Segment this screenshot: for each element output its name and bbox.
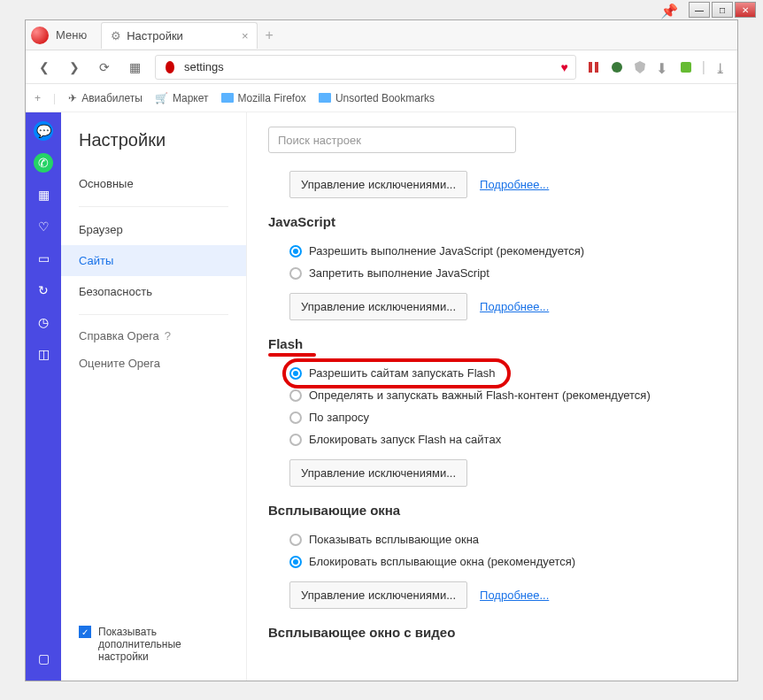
separator: | bbox=[53, 92, 56, 104]
help-icon: ? bbox=[165, 329, 171, 342]
separator: | bbox=[702, 59, 705, 75]
plane-icon: ✈ bbox=[68, 92, 77, 104]
panel-toggle-icon[interactable]: ▢ bbox=[34, 649, 53, 668]
sidebar-help[interactable]: Справка Opera ? bbox=[61, 322, 246, 350]
folder-icon bbox=[319, 93, 331, 103]
shield-icon[interactable] bbox=[633, 60, 647, 74]
messenger-icon[interactable]: 💬 bbox=[34, 121, 53, 141]
page-title: Настройки bbox=[61, 130, 246, 168]
history-icon[interactable]: ↻ bbox=[34, 281, 53, 300]
blocker-icon[interactable] bbox=[587, 60, 601, 74]
sidebar-item-security[interactable]: Безопасность bbox=[61, 276, 246, 307]
forward-button[interactable]: ❯ bbox=[65, 58, 84, 77]
radio-icon bbox=[289, 267, 302, 280]
opera-logo[interactable] bbox=[31, 27, 49, 44]
clock-icon[interactable]: ◷ bbox=[34, 312, 53, 332]
bookmark-mozilla[interactable]: Mozilla Firefox bbox=[221, 92, 306, 104]
gear-icon: ⚙ bbox=[111, 29, 121, 42]
annotation-underline bbox=[268, 353, 316, 357]
new-tab-button[interactable]: + bbox=[265, 27, 273, 43]
speed-dial-button[interactable]: ▦ bbox=[125, 58, 144, 77]
radio-flash-allow[interactable]: Разрешить сайтам запускать Flash bbox=[289, 362, 716, 384]
sidebar-item-sites[interactable]: Сайты bbox=[61, 245, 246, 276]
radio-popup-show[interactable]: Показывать всплывающие окна bbox=[289, 528, 716, 550]
manage-exceptions-button[interactable]: Управление исключениями... bbox=[289, 581, 467, 609]
extension-icon[interactable] bbox=[679, 60, 693, 74]
search-input[interactable]: Поиск настроек bbox=[268, 127, 516, 153]
more-link[interactable]: Подробнее... bbox=[480, 300, 549, 313]
radio-js-block[interactable]: Запретить выполнение JavaScript bbox=[289, 262, 716, 284]
bookmark-market[interactable]: 🛒 Маркет bbox=[155, 92, 209, 104]
radio-icon bbox=[289, 412, 302, 424]
address-bar[interactable]: settings ♥ bbox=[155, 55, 576, 80]
svg-point-0 bbox=[166, 61, 174, 73]
browser-window: Меню ⚙ Настройки × + ❮ ❯ ⟳ ▦ settings ♥ … bbox=[25, 19, 738, 681]
box-icon[interactable]: ◫ bbox=[34, 344, 53, 364]
heart-outline-icon[interactable]: ♡ bbox=[34, 217, 53, 236]
sidebar-item-basic[interactable]: Основные bbox=[61, 168, 246, 199]
settings-sidebar: Настройки Основные Браузер Сайты Безопас… bbox=[61, 112, 247, 681]
section-video-popup: Всплывающее окно с видео bbox=[268, 625, 716, 640]
maximize-button[interactable]: □ bbox=[712, 2, 733, 18]
nav-bar: ❮ ❯ ⟳ ▦ settings ♥ ⬇ | ⤓ bbox=[26, 50, 737, 84]
menu-button[interactable]: Меню bbox=[56, 28, 87, 42]
more-link[interactable]: Подробнее... bbox=[480, 588, 549, 602]
radio-icon bbox=[289, 389, 302, 402]
svg-rect-2 bbox=[595, 62, 598, 73]
radio-js-allow[interactable]: Разрешить выполнение JavaScript (рекомен… bbox=[289, 240, 716, 262]
svg-rect-1 bbox=[589, 62, 592, 73]
tab-title: Настройки bbox=[127, 29, 183, 42]
manage-exceptions-button[interactable]: Управление исключениями... bbox=[289, 171, 467, 198]
close-button[interactable]: ✕ bbox=[735, 2, 756, 18]
save-icon[interactable]: ⤓ bbox=[714, 60, 728, 74]
bookmark-unsorted[interactable]: Unsorted Bookmarks bbox=[319, 92, 435, 104]
add-bookmark-button[interactable]: + bbox=[35, 92, 41, 104]
manage-exceptions-button[interactable]: Управление исключениями... bbox=[289, 293, 467, 320]
section-flash: Flash bbox=[268, 336, 716, 351]
grid-icon[interactable]: ▦ bbox=[34, 185, 53, 204]
main-content: Поиск настроек Управление исключениями..… bbox=[247, 112, 737, 681]
manage-exceptions-button[interactable]: Управление исключениями... bbox=[289, 459, 467, 487]
bookmarks-bar: + | ✈ Авиабилеты 🛒 Маркет Mozilla Firefo… bbox=[26, 84, 737, 112]
more-link[interactable]: Подробнее... bbox=[480, 178, 549, 191]
radio-flash-detect[interactable]: Определять и запускать важный Flash-конт… bbox=[289, 384, 716, 406]
checkbox-icon: ✓ bbox=[79, 626, 91, 638]
radio-icon bbox=[289, 245, 302, 258]
left-panel: 💬 ✆ ▦ ♡ ▭ ↻ ◷ ◫ ▢ bbox=[26, 112, 61, 681]
pin-icon: 📌 bbox=[660, 3, 674, 17]
radio-flash-ask[interactable]: По запросу bbox=[289, 406, 716, 428]
radio-flash-block[interactable]: Блокировать запуск Flash на сайтах bbox=[289, 428, 716, 450]
radio-icon bbox=[289, 556, 302, 568]
sidebar-item-browser[interactable]: Браузер bbox=[61, 214, 246, 245]
bookmark-aviabilety[interactable]: ✈ Авиабилеты bbox=[68, 92, 143, 104]
opera-icon bbox=[163, 60, 177, 74]
download-icon[interactable]: ⬇ bbox=[656, 60, 670, 74]
sidebar-rate[interactable]: Оцените Opera bbox=[61, 350, 246, 377]
section-popups: Всплывающие окна bbox=[268, 503, 716, 518]
advanced-settings-toggle[interactable]: ✓ Показывать дополнительные настройки bbox=[61, 617, 246, 672]
section-javascript: JavaScript bbox=[268, 214, 716, 229]
address-text: settings bbox=[184, 60, 554, 73]
radio-icon bbox=[289, 367, 302, 380]
heart-icon[interactable]: ♥ bbox=[561, 60, 568, 74]
radio-icon bbox=[289, 434, 302, 446]
globe-icon[interactable] bbox=[610, 60, 624, 74]
whatsapp-icon[interactable]: ✆ bbox=[34, 153, 53, 173]
cart-icon: 🛒 bbox=[155, 92, 168, 104]
svg-rect-4 bbox=[681, 62, 691, 73]
svg-point-3 bbox=[612, 62, 622, 73]
folder-icon bbox=[221, 93, 234, 103]
tab-close-icon[interactable]: × bbox=[242, 29, 249, 42]
minimize-button[interactable]: — bbox=[689, 2, 710, 18]
radio-icon bbox=[289, 534, 302, 546]
radio-popup-block[interactable]: Блокировать всплывающие окна (рекомендуе… bbox=[289, 550, 716, 573]
back-button[interactable]: ❮ bbox=[35, 58, 54, 77]
tab-bar: Меню ⚙ Настройки × + bbox=[26, 20, 737, 50]
tab-settings[interactable]: ⚙ Настройки × bbox=[101, 22, 258, 49]
news-icon[interactable]: ▭ bbox=[34, 249, 53, 268]
reload-button[interactable]: ⟳ bbox=[95, 58, 114, 77]
